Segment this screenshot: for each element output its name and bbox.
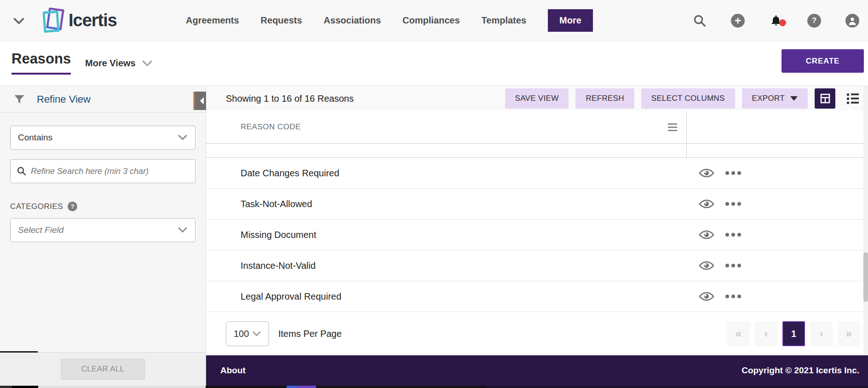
row-actions bbox=[699, 198, 741, 209]
pagination-bar: 100 Items Per Page « ‹ 1 › » bbox=[206, 312, 868, 355]
search-icon bbox=[16, 166, 27, 177]
add-icon[interactable]: + bbox=[730, 13, 745, 28]
categories-label: CATEGORIES bbox=[10, 202, 63, 211]
clear-all-button[interactable]: CLEAR ALL bbox=[61, 359, 145, 380]
reason-code-value: Missing Document bbox=[241, 230, 316, 240]
export-label: EXPORT bbox=[752, 94, 785, 103]
row-menu-ellipsis-icon[interactable] bbox=[725, 202, 741, 206]
help-icon[interactable]: ? bbox=[807, 13, 822, 28]
row-actions bbox=[699, 168, 741, 179]
first-page-button[interactable]: « bbox=[727, 321, 750, 346]
nav-item-associations[interactable]: Associations bbox=[324, 15, 381, 26]
showing-count-text: Showing 1 to 16 of 16 Reasons bbox=[226, 93, 354, 104]
field-select-value: Select Field bbox=[18, 225, 63, 235]
grid-view-toggle[interactable] bbox=[815, 88, 835, 109]
nav-item-requests[interactable]: Requests bbox=[261, 15, 302, 26]
preview-eye-icon[interactable] bbox=[699, 168, 714, 179]
operator-select[interactable]: Contains bbox=[10, 126, 195, 150]
footer-bar: About Copyright © 2021 Icertis Inc. bbox=[206, 355, 868, 386]
preview-eye-icon[interactable] bbox=[699, 198, 714, 209]
create-button[interactable]: CREATE bbox=[782, 49, 864, 73]
more-views-dropdown[interactable]: More Views bbox=[85, 58, 153, 69]
previous-page-button[interactable]: ‹ bbox=[755, 321, 777, 346]
items-per-page-label: Items Per Page bbox=[278, 329, 342, 339]
icertis-app: Icertis Agreements Requests Associations… bbox=[0, 0, 868, 388]
next-page-button[interactable]: › bbox=[810, 321, 833, 346]
save-view-button[interactable]: SAVE VIEW bbox=[505, 88, 569, 109]
collapse-left-arrow-icon bbox=[198, 96, 206, 106]
top-navigation-bar: Icertis Agreements Requests Associations… bbox=[0, 0, 868, 41]
grid-view-icon bbox=[820, 93, 830, 104]
more-views-label: More Views bbox=[85, 58, 136, 69]
refine-view-header: Refine View bbox=[0, 86, 206, 113]
categories-help-icon[interactable]: ? bbox=[68, 202, 77, 211]
reason-code-value: Task-Not-Allowed bbox=[241, 199, 312, 209]
icertis-logo-icon bbox=[41, 6, 68, 35]
nav-item-compliances[interactable]: Compliances bbox=[402, 15, 460, 26]
main-nav: Agreements Requests Associations Complia… bbox=[186, 9, 593, 32]
icertis-logo[interactable]: Icertis bbox=[41, 6, 117, 35]
refine-view-title: Refine View bbox=[37, 93, 91, 105]
items-per-page-select[interactable]: 100 bbox=[226, 321, 269, 346]
table-row[interactable]: Date Changes Required bbox=[206, 158, 868, 189]
main-panel: Showing 1 to 16 of 16 Reasons SAVE VIEW … bbox=[206, 86, 868, 388]
last-page-button[interactable]: » bbox=[838, 321, 860, 346]
caret-down-icon bbox=[790, 96, 798, 101]
table-row[interactable]: Instance-Not-Valid bbox=[206, 250, 868, 281]
chevron-down-icon bbox=[178, 134, 188, 141]
column-menu-icon[interactable] bbox=[668, 123, 677, 131]
select-columns-button[interactable]: SELECT COLUMNS bbox=[641, 88, 735, 109]
row-menu-ellipsis-icon[interactable] bbox=[725, 171, 741, 175]
list-view-toggle[interactable] bbox=[842, 88, 863, 109]
vertical-scrollbar[interactable] bbox=[863, 86, 868, 355]
table-row[interactable]: Legal Approval Required bbox=[206, 281, 868, 312]
reason-code-header-cell: REASON CODE bbox=[206, 111, 687, 143]
refine-view-sidebar: Refine View Contains CATEGORIES ? bbox=[0, 86, 206, 388]
row-menu-ellipsis-icon[interactable] bbox=[725, 233, 741, 237]
table-filter-spacer-row bbox=[206, 144, 868, 158]
chevron-down-icon bbox=[142, 60, 153, 67]
brand-name: Icertis bbox=[69, 11, 117, 30]
search-icon[interactable] bbox=[692, 13, 707, 28]
account-icon[interactable] bbox=[845, 13, 860, 28]
content-area: Refine View Contains CATEGORIES ? bbox=[0, 86, 868, 388]
refine-search-input[interactable] bbox=[31, 167, 190, 176]
nav-expand-chevron-icon[interactable] bbox=[11, 13, 27, 29]
sidebar-footer: CLEAR ALL bbox=[0, 352, 206, 386]
field-select[interactable]: Select Field bbox=[10, 218, 195, 242]
table-row[interactable]: Missing Document bbox=[206, 220, 868, 250]
preview-eye-icon[interactable] bbox=[699, 229, 714, 240]
copyright-text: Copyright © 2021 Icertis Inc. bbox=[742, 365, 859, 376]
chevron-down-icon bbox=[178, 227, 188, 233]
refresh-button[interactable]: REFRESH bbox=[575, 88, 634, 109]
reason-code-column-header: REASON CODE bbox=[241, 122, 301, 132]
row-menu-ellipsis-icon[interactable] bbox=[725, 264, 741, 267]
preview-eye-icon[interactable] bbox=[699, 260, 714, 271]
page-header: Reasons More Views CREATE bbox=[0, 41, 868, 86]
current-page-button[interactable]: 1 bbox=[782, 321, 805, 346]
reason-code-value: Legal Approval Required bbox=[241, 291, 341, 302]
list-toolbar: Showing 1 to 16 of 16 Reasons SAVE VIEW … bbox=[206, 86, 868, 111]
nav-item-templates[interactable]: Templates bbox=[482, 15, 526, 26]
items-per-page-value: 100 bbox=[234, 329, 249, 339]
taskbar-edge-strip bbox=[0, 386, 868, 388]
spacer-cell bbox=[206, 144, 687, 157]
about-link[interactable]: About bbox=[220, 365, 246, 376]
filter-funnel-icon bbox=[13, 93, 26, 106]
export-button[interactable]: EXPORT bbox=[742, 88, 808, 109]
topbar-icons: + ? bbox=[692, 13, 860, 28]
chevron-down-icon bbox=[252, 331, 261, 337]
toolbar-actions: SAVE VIEW REFRESH SELECT COLUMNS EXPORT bbox=[505, 88, 863, 109]
row-menu-ellipsis-icon[interactable] bbox=[725, 295, 741, 298]
scrollbar-thumb[interactable] bbox=[863, 252, 868, 302]
nav-item-more[interactable]: More bbox=[548, 9, 593, 32]
notifications-bell-icon[interactable] bbox=[769, 13, 783, 28]
list-view-icon bbox=[847, 93, 859, 104]
preview-eye-icon[interactable] bbox=[699, 291, 714, 302]
refine-view-body: Contains CATEGORIES ? Select Field bbox=[0, 126, 206, 242]
table-row[interactable]: Task-Not-Allowed bbox=[206, 189, 868, 220]
nav-item-agreements[interactable]: Agreements bbox=[186, 15, 239, 26]
reason-code-value: Date Changes Required bbox=[241, 168, 339, 179]
table-header-row: REASON CODE bbox=[206, 111, 868, 144]
categories-row: CATEGORIES ? bbox=[10, 202, 195, 211]
